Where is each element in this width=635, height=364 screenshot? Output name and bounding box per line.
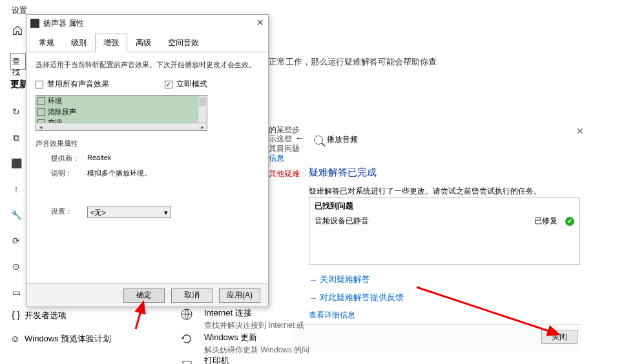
troubleshoot-title: 疑难解答已完成 (309, 167, 377, 179)
insider-icon[interactable]: ☺ (10, 333, 20, 344)
effects-listbox[interactable]: 环境 消除原声 变调 均衡器 ◂ ▸ (36, 95, 207, 131)
issues-box: 已找到问题 音频设备已静音 已修复 ✓ (309, 197, 580, 265)
link-label: 关闭疑难解答 (320, 274, 370, 285)
checkbox-label: 禁用所有声音效果 (47, 79, 109, 90)
settings-item-printer[interactable]: ▭ 打印机 (180, 355, 229, 364)
settings-item-internet[interactable]: Internet 连接 查找并解决连接到 Internet 或 (180, 307, 304, 331)
label: 提供商： (51, 154, 87, 163)
dialog-title: 扬声器 属性 (43, 18, 84, 29)
tab-advanced[interactable]: 高级 (127, 34, 160, 52)
developer-icon[interactable]: { } (12, 310, 20, 320)
ok-button[interactable]: 确定 (123, 288, 165, 303)
item-subtitle: 解决妨碍你更新 Windows 的问 (204, 345, 309, 356)
close-icon[interactable]: ✕ (576, 126, 584, 136)
settings-window-title: 设置 (12, 5, 27, 16)
tab-panel-enhancements: 选择适用于当前聆听配置的声音效果。下次开始播放时更改才会生效。 禁用所有声音效果… (26, 52, 268, 231)
sidebar: ↻ ⧉ ⬛ ↑ 🔧 ⟳ ⊙ ▭ (10, 106, 22, 298)
hint-text: 选择适用于当前聆听配置的声音效果。下次开始播放时更改才会生效。 (36, 60, 259, 70)
tab-enhancements[interactable]: 增强 (95, 34, 127, 52)
delivery-icon[interactable]: ⧉ (10, 132, 22, 143)
scroll-right-icon[interactable]: ▸ (198, 123, 207, 131)
scroll-left-icon[interactable]: ◂ (36, 123, 45, 131)
sidebar-item-insider[interactable]: Windows 预览体验计划 (25, 333, 111, 345)
checkbox-label: 立即模式 (176, 79, 207, 90)
dialog-button-bar: 确定 取消 应用(A) (26, 283, 268, 307)
value: Realtek (87, 154, 111, 163)
link-close-troubleshoot[interactable]: → 关闭疑难解答 (309, 274, 370, 285)
troubleshoot-icon[interactable]: 🔧 (10, 209, 22, 221)
sidebar-item-developer[interactable]: 开发者选项 (25, 310, 67, 321)
horizontal-scrollbar[interactable]: ◂ ▸ (36, 123, 207, 130)
link-view-details[interactable]: 查看详细信息 (309, 310, 355, 321)
apply-button[interactable]: 应用(A) (219, 288, 260, 303)
description-row: 说明： 模拟多个播放环境。 (51, 168, 259, 178)
recovery-icon[interactable]: ⟳ (10, 235, 22, 247)
tab-spatial[interactable]: 空间音效 (160, 34, 207, 52)
troubleshoot-header-text: 播放音频 (327, 134, 358, 145)
magnifier-icon (314, 136, 323, 145)
chevron-down-icon: ▾ (164, 208, 168, 217)
troubleshoot-footer: 关闭 (292, 324, 581, 351)
item-title: Internet 连接 (204, 307, 304, 319)
close-button[interactable]: 关闭 (541, 330, 578, 344)
bg-text-red: 其他疑难 (269, 168, 300, 179)
setting-row: 设置： <无> ▾ (51, 207, 259, 218)
item-subtitle: 查找并解决连接到 Internet 或 (204, 320, 304, 331)
printer-icon: ▭ (180, 355, 194, 364)
settings-item-update[interactable]: Windows 更新 解决妨碍你更新 Windows 的问 (180, 332, 309, 356)
tab-general[interactable]: 常规 (30, 34, 63, 52)
back-arrow-icon[interactable]: ← (295, 132, 305, 144)
close-icon[interactable]: ✕ (256, 17, 264, 28)
item-title: Windows 更新 (204, 332, 309, 343)
group-heading: 声音效果属性 (36, 139, 259, 148)
link-feedback[interactable]: → 对此疑难解答提供反馈 (309, 292, 404, 303)
security-icon[interactable]: ⬛ (10, 157, 22, 169)
scrollbar-thumb[interactable] (199, 97, 206, 106)
troubleshoot-header: 播放音频 (314, 134, 358, 145)
speaker-properties-dialog: 扬声器 属性 ✕ 常规 级别 增强 高级 空间音效 选择适用于当前聆听配置的声音… (26, 14, 269, 307)
checkbox-instant-mode[interactable]: ✓ 立即模式 (165, 79, 207, 90)
search-input[interactable]: 查找 (10, 53, 26, 70)
list-item-label: 环境 (48, 96, 62, 106)
link-label: 对此疑难解答提供反馈 (320, 292, 404, 303)
setting-select[interactable]: <无> ▾ (87, 207, 171, 218)
check-icon: ✓ (565, 217, 574, 226)
refresh-icon (180, 332, 194, 346)
value: 模拟多个播放环境。 (87, 168, 151, 178)
label: 设置： (51, 207, 87, 218)
issues-heading: 已找到问题 (315, 201, 574, 212)
cancel-button[interactable]: 取消 (171, 288, 213, 303)
backup-icon[interactable]: ↑ (10, 183, 22, 195)
select-value: <无> (90, 208, 106, 217)
checkbox-disable-all[interactable]: 禁用所有声音效果 (36, 79, 109, 90)
checkbox-icon: ✓ (165, 81, 172, 88)
checkbox-icon (37, 97, 45, 105)
issue-row: 音频设备已静音 已修复 ✓ (315, 216, 574, 227)
troubleshoot-message: 疑难解答已对系统进行了一些更改。请尝试之前曾尝试执行的任务。 (309, 186, 541, 197)
item-title: 打印机 (204, 355, 229, 364)
tab-levels[interactable]: 级别 (63, 34, 95, 52)
activation-icon[interactable]: ⊙ (10, 261, 22, 272)
list-item[interactable]: 消除原声 (36, 106, 207, 117)
tab-strip: 常规 级别 增强 高级 空间音效 (26, 33, 268, 52)
arrow-icon: → (309, 275, 317, 285)
bg-link[interactable]: 信息 (269, 153, 284, 164)
bg-text: 正常工作，那么运行疑难解答可能会帮助你查 (269, 56, 437, 68)
issue-text: 音频设备已静音 (315, 216, 369, 227)
list-item[interactable]: 环境 (36, 96, 207, 106)
find-device-icon[interactable]: ▭ (10, 287, 22, 298)
globe-icon (180, 307, 194, 321)
speaker-icon (30, 19, 39, 28)
sync-icon[interactable]: ↻ (10, 106, 22, 117)
issue-status: 已修复 (534, 216, 557, 227)
vertical-scrollbar[interactable] (198, 96, 207, 123)
checkbox-icon (37, 108, 45, 116)
dialog-titlebar[interactable]: 扬声器 属性 ✕ (26, 15, 268, 32)
label: 说明： (51, 168, 87, 178)
home-icon[interactable] (12, 25, 23, 36)
provider-row: 提供商： Realtek (51, 154, 259, 163)
list-item-label: 消除原声 (48, 107, 76, 117)
arrow-icon: → (309, 293, 317, 303)
checkbox-icon (36, 81, 43, 88)
